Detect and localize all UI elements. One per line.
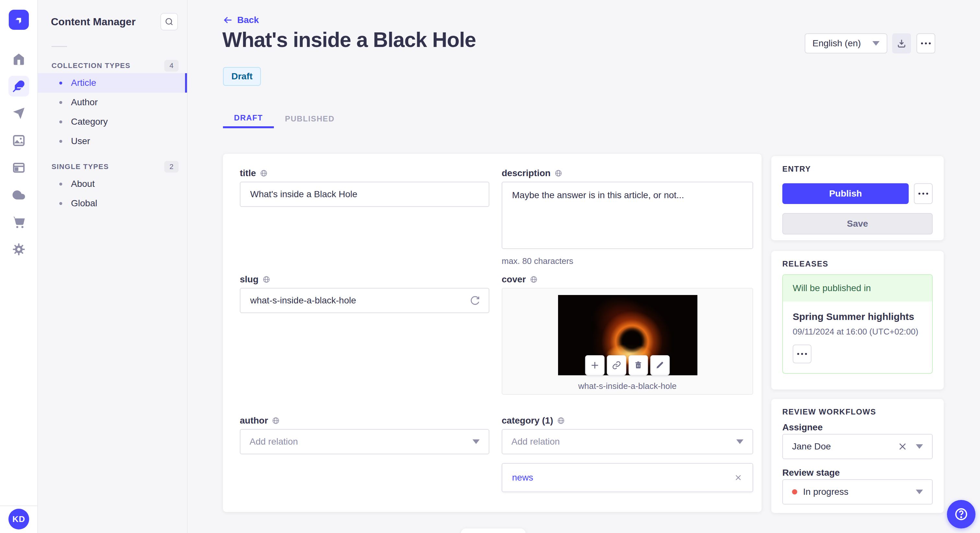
- settings-icon[interactable]: [8, 239, 29, 260]
- cloud-icon[interactable]: [8, 185, 29, 205]
- pencil-icon: [655, 361, 665, 370]
- sidebar-item-category[interactable]: Category: [38, 112, 187, 132]
- clear-icon[interactable]: [898, 442, 907, 451]
- section-label: COLLECTION TYPES: [51, 62, 130, 70]
- assignee-select[interactable]: Jane Doe: [782, 434, 933, 459]
- sidebar-item-user[interactable]: User: [38, 132, 187, 151]
- help-icon: [954, 507, 969, 522]
- entry-more-button[interactable]: [914, 183, 933, 204]
- copy-link-button[interactable]: [607, 355, 627, 375]
- section-label: SINGLE TYPES: [51, 163, 109, 171]
- publish-button[interactable]: Publish: [782, 183, 909, 204]
- sidebar-item-label: Article: [71, 78, 96, 88]
- entry-panel: ENTRY Publish Save: [771, 156, 944, 240]
- field-label-text: category (1): [502, 416, 553, 426]
- globe-icon: [555, 169, 562, 177]
- cover-media-card: what-s-inside-a-black-hole: [502, 288, 753, 395]
- save-button[interactable]: Save: [782, 213, 933, 235]
- assignee-value: Jane Doe: [792, 441, 831, 452]
- sidebar-item-article[interactable]: Article: [38, 73, 187, 93]
- media-library-icon[interactable]: [8, 130, 29, 151]
- strapi-admin-screen: KD Content Manager COLLECTION TYPES 4 Ar…: [0, 0, 980, 533]
- release-date: 09/11/2024 at 16:00 (UTC+02:00): [793, 327, 922, 337]
- delete-media-button[interactable]: [629, 355, 648, 375]
- chevron-down-icon: [473, 439, 480, 444]
- relation-placeholder: Add relation: [511, 436, 560, 447]
- locale-value: English (en): [813, 38, 861, 49]
- status-badge: Draft: [223, 67, 261, 86]
- icon-rail-nav: [0, 49, 37, 260]
- search-button[interactable]: [161, 13, 178, 30]
- relation-link[interactable]: news: [512, 473, 533, 483]
- plus-icon: [590, 360, 600, 370]
- search-icon: [165, 17, 174, 26]
- field-label-text: title: [240, 168, 256, 178]
- bullet-icon: [59, 140, 62, 143]
- content-manager-icon[interactable]: [8, 76, 29, 97]
- edit-media-button[interactable]: [651, 355, 670, 375]
- review-stage-select[interactable]: In progress: [782, 479, 933, 504]
- more-icon: [918, 193, 928, 195]
- tab-published[interactable]: PUBLISHED: [274, 109, 345, 128]
- globe-icon: [272, 417, 280, 425]
- user-avatar[interactable]: KD: [8, 509, 29, 530]
- category-field-label: category (1): [502, 416, 565, 426]
- author-relation-select[interactable]: Add relation: [240, 429, 489, 454]
- review-workflows-panel: REVIEW WORKFLOWS Assignee Jane Doe Revie…: [771, 399, 944, 513]
- sidebar-item-author[interactable]: Author: [38, 93, 187, 112]
- sidebar-item-about[interactable]: About: [38, 174, 187, 194]
- releases-icon[interactable]: [8, 103, 29, 124]
- home-icon[interactable]: [8, 49, 29, 69]
- entry-form-card: title description Maybe the answer is in…: [223, 154, 762, 512]
- sidebar-item-label: Global: [71, 198, 97, 209]
- content-type-builder-icon[interactable]: [8, 157, 29, 178]
- bullet-icon: [59, 202, 62, 205]
- field-label-text: author: [240, 416, 268, 426]
- media-actions: [585, 355, 670, 375]
- help-button[interactable]: [947, 500, 975, 528]
- export-button[interactable]: [892, 33, 911, 54]
- release-status: Will be published in: [783, 275, 932, 301]
- description-field-label: description: [502, 168, 562, 178]
- slug-value: what-s-inside-a-black-hole: [250, 295, 356, 306]
- tab-draft[interactable]: DRAFT: [223, 109, 274, 128]
- section-count-badge: 2: [164, 161, 178, 173]
- chevron-down-icon: [916, 444, 923, 449]
- trash-icon: [634, 361, 643, 370]
- section-collection-types: COLLECTION TYPES 4: [38, 58, 187, 73]
- more-icon: [921, 43, 931, 44]
- title-input[interactable]: [240, 182, 489, 207]
- stage-dot-icon: [792, 489, 797, 495]
- content-manager-sidebar: Content Manager COLLECTION TYPES 4 Artic…: [38, 0, 188, 533]
- stage-value: In progress: [803, 487, 848, 497]
- sidebar-item-global[interactable]: Global: [38, 194, 187, 213]
- description-textarea[interactable]: Maybe the answer is in this article, or …: [502, 182, 753, 249]
- field-label-text: description: [502, 168, 550, 178]
- bullet-icon: [59, 82, 62, 84]
- marketplace-icon[interactable]: [8, 212, 29, 233]
- category-relation-select[interactable]: Add relation: [502, 429, 753, 454]
- assignee-label: Assignee: [782, 422, 823, 433]
- header-more-button[interactable]: [916, 33, 935, 54]
- back-link[interactable]: Back: [223, 15, 259, 25]
- field-label-text: cover: [502, 274, 526, 285]
- slug-input[interactable]: what-s-inside-a-black-hole: [240, 288, 489, 313]
- cover-field-label: cover: [502, 274, 538, 285]
- chevron-down-icon: [916, 490, 923, 494]
- author-field-label: author: [240, 416, 280, 426]
- release-more-button[interactable]: [793, 344, 811, 363]
- app-icon-sidebar: KD: [0, 0, 38, 533]
- more-icon: [797, 353, 807, 355]
- bullet-icon: [59, 121, 62, 124]
- releases-panel-title: RELEASES: [782, 259, 828, 268]
- bullet-icon: [59, 101, 62, 104]
- entry-panel-title: ENTRY: [782, 165, 811, 174]
- download-icon: [897, 38, 907, 48]
- section-count-badge: 4: [164, 60, 178, 71]
- locale-select[interactable]: English (en): [805, 33, 887, 54]
- remove-relation-icon[interactable]: [734, 473, 743, 482]
- add-media-button[interactable]: [585, 355, 605, 375]
- strapi-logo[interactable]: [9, 10, 29, 30]
- cover-filename: what-s-inside-a-black-hole: [502, 381, 752, 391]
- sidebar-item-label: Author: [71, 97, 98, 108]
